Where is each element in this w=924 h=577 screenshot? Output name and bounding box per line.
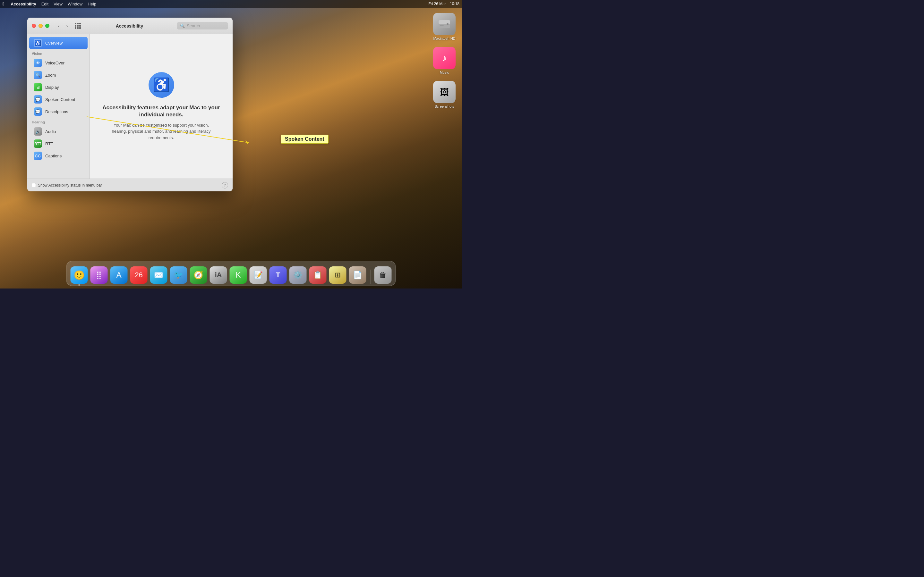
help-button[interactable]: ? [222, 182, 228, 189]
dock-item-trash[interactable]: 🗑 [375, 266, 392, 284]
sidebar-item-overview[interactable]: ♿ Overview [29, 37, 87, 49]
dock-item-pastebot[interactable]: 📋 [309, 266, 326, 284]
main-content: ♿ Accessibility features adapt your Mac … [90, 34, 233, 179]
sidebar-item-descriptions[interactable]: 💬 Descriptions [29, 105, 87, 118]
pastebot-icon: 📋 [313, 271, 323, 279]
sidebar: ♿ Overview Vision 👁 VoiceOver 🔍 Zoom � [27, 34, 90, 179]
trash-icon: 🗑 [379, 271, 387, 279]
sidebar-item-display[interactable]: 🖥 Display [29, 81, 87, 93]
checkbox-text: Show Accessibility status in menu bar [38, 183, 102, 187]
dock-item-tweetbot[interactable]: 🐦 [170, 266, 187, 284]
sidebar-item-voiceover[interactable]: 👁 VoiceOver [29, 57, 87, 69]
grid-icon [75, 23, 81, 29]
desktop-icon-music[interactable]: ♪ Music [433, 47, 456, 74]
forward-button[interactable]: › [63, 23, 71, 29]
dock-item-teams[interactable]: T [270, 266, 287, 284]
dock-item-sysprefs[interactable]: ⚙️ [289, 266, 307, 284]
dock-item-launchpad[interactable]: ⣿ [90, 266, 108, 284]
window-body: ♿ Overview Vision 👁 VoiceOver 🔍 Zoom � [27, 34, 233, 179]
maximize-button[interactable] [45, 24, 49, 28]
svg-rect-3 [440, 25, 444, 26]
hearing-section-label: Hearing [27, 118, 89, 125]
menubar-help[interactable]: Help [87, 2, 96, 6]
sidebar-item-zoom[interactable]: 🔍 Zoom [29, 69, 87, 81]
sidebar-item-captions[interactable]: CC Captions [29, 150, 87, 162]
display-label: Display [45, 85, 59, 90]
dock-divider [370, 269, 371, 284]
spoken-content-icon: 💬 [34, 95, 42, 103]
menubar-left:  Accessibility Edit View Window Help [3, 1, 96, 6]
menubar-view[interactable]: View [53, 2, 63, 6]
close-button[interactable] [32, 24, 36, 28]
sysprefs-icon: ⚙️ [293, 271, 303, 279]
desktop-icon-screenshots[interactable]: 🖼 Screenshots [433, 81, 456, 108]
audio-icon: 🔊 [34, 127, 42, 135]
dock-item-safari[interactable]: 🧭 [190, 266, 207, 284]
sidebar-item-spoken-content[interactable]: 💬 Spoken Content [29, 93, 87, 105]
teams-icon: T [276, 271, 280, 279]
show-accessibility-checkbox-label[interactable]: Show Accessibility status in menu bar [32, 183, 102, 187]
calendar-icon: 26 [135, 271, 142, 279]
dock-item-appstore[interactable]: A [110, 266, 128, 284]
dock-item-textedit[interactable]: 📝 [250, 266, 267, 284]
finder-icon: 🙂 [73, 270, 85, 280]
menubar-app-name[interactable]: Accessibility [11, 2, 36, 6]
keewordz-icon: K [236, 271, 241, 279]
documents-icon: 📄 [353, 271, 363, 279]
audio-label: Audio [45, 129, 56, 134]
voiceover-label: VoiceOver [45, 61, 65, 65]
dock-item-calendar[interactable]: 26 [130, 266, 148, 284]
search-bar[interactable]: 🔍 [177, 22, 228, 29]
window-footer: Show Accessibility status in menu bar ? [27, 179, 233, 191]
overview-icon: ♿ [34, 39, 42, 47]
dock-item-documents[interactable]: 📄 [349, 266, 367, 284]
zoom-icon: 🔍 [34, 71, 42, 79]
dock-item-finder[interactable]: 🙂 [71, 266, 88, 284]
window-title: Accessibility [85, 23, 174, 29]
descriptions-label: Descriptions [45, 109, 68, 114]
grid-button[interactable] [73, 23, 82, 29]
tweetbot-icon: 🐦 [174, 271, 184, 279]
screenshots-icon: 🖼 [433, 81, 456, 103]
captions-icon: CC [34, 152, 42, 160]
menubar-window[interactable]: Window [68, 2, 82, 6]
svg-point-2 [447, 23, 449, 25]
back-button[interactable]: ‹ [55, 23, 62, 29]
rtt-label: RTT [45, 141, 53, 146]
launchpad-icon: ⣿ [96, 271, 102, 279]
rtt-icon: RTT [34, 139, 42, 148]
desktop-icons: Macintosh HD ♪ Music 🖼 Screenshots [433, 13, 456, 108]
dock-item-airmail[interactable]: ✉️ [150, 266, 168, 284]
desktop-icon-hdd[interactable]: Macintosh HD [433, 13, 456, 40]
menubar-time: 10:18 [450, 2, 459, 6]
accessibility-symbol: ♿ [153, 77, 170, 93]
overview-label: Overview [45, 41, 63, 45]
descriptions-icon: 💬 [34, 107, 42, 116]
minimize-button[interactable] [39, 24, 43, 28]
menubar-edit[interactable]: Edit [41, 2, 48, 6]
screenshots-label: Screenshots [435, 105, 454, 108]
iawriter-icon: iA [215, 271, 222, 279]
mosaic-icon: ⊞ [335, 271, 341, 279]
spoken-content-tooltip: Spoken Content [281, 135, 328, 143]
spoken-content-label: Spoken Content [45, 97, 75, 102]
sidebar-item-audio[interactable]: 🔊 Audio [29, 125, 87, 137]
music-label: Music [440, 71, 449, 74]
vision-section-label: Vision [27, 49, 89, 57]
voiceover-icon: 👁 [34, 59, 42, 67]
music-icon: ♪ [433, 47, 456, 69]
show-accessibility-checkbox[interactable] [32, 183, 36, 187]
main-heading: Accessibility features adapt your Mac to… [99, 104, 223, 118]
search-input[interactable] [187, 23, 225, 28]
dock: 🙂 ⣿ A 26 ✉️ 🐦 🧭 iA K 📝 T ⚙️ 📋 ⊞ 📄 [66, 261, 396, 286]
apple-menu[interactable]:  [3, 1, 4, 6]
menubar-date: Fri 26 Mar [428, 2, 446, 6]
dock-item-iawriter[interactable]: iA [210, 266, 227, 284]
hdd-icon [433, 13, 456, 35]
sidebar-item-rtt[interactable]: RTT RTT [29, 137, 87, 150]
main-description: Your Mac can be customised to support yo… [107, 122, 216, 141]
dock-item-keewordz[interactable]: K [230, 266, 247, 284]
hdd-label: Macintosh HD [433, 37, 455, 40]
accessibility-icon-circle: ♿ [149, 72, 174, 98]
dock-item-mosaic[interactable]: ⊞ [329, 266, 347, 284]
